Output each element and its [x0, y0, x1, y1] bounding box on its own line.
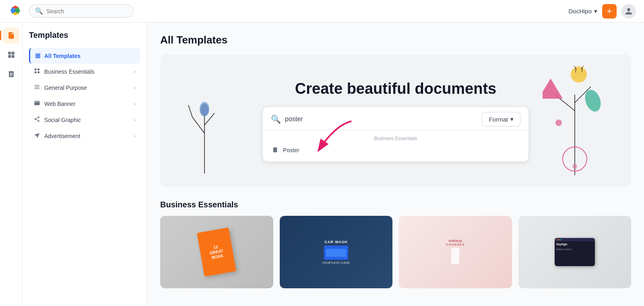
hero-search-row: 🔍 Format ▾	[264, 109, 527, 130]
template-card-car-wash[interactable]: CAR WASH DOUBTLESS CLEAN	[280, 216, 393, 288]
navbar-search-input[interactable]	[46, 8, 128, 14]
dropdown-category-label: Business Essentials	[264, 133, 527, 144]
icon-bar-item-document[interactable]	[3, 27, 19, 43]
sidebar-label-general-purpose: General Purpose	[44, 85, 87, 91]
page-title: All Templates	[160, 34, 631, 46]
web-banner-icon	[34, 100, 40, 108]
svg-point-26	[572, 164, 577, 169]
chevron-down-icon: ▾	[594, 8, 597, 15]
social-graphic-icon	[34, 116, 40, 124]
svg-point-19	[571, 66, 587, 83]
dochipo-brand-button[interactable]: DocHipo ▾	[568, 8, 597, 15]
plus-icon: +	[607, 6, 612, 17]
brand-label: DocHipo	[568, 8, 592, 14]
add-new-button[interactable]: +	[602, 4, 617, 19]
icon-bar	[0, 23, 23, 306]
chevron-right-icon-4: ›	[134, 117, 136, 123]
svg-point-3	[35, 118, 36, 120]
sidebar-item-social-graphic[interactable]: Social Graphic ›	[29, 112, 140, 128]
arrow-annotation	[311, 117, 359, 157]
advertisement-icon	[34, 132, 40, 140]
sidebar-item-web-banner[interactable]: Web Banner ›	[29, 96, 140, 112]
dropdown-item-poster[interactable]: Poster	[264, 144, 527, 157]
decoration-left	[184, 93, 233, 175]
template-card-makeup[interactable]: makeup COURSES	[399, 216, 512, 288]
hero-title: Create beautiful documents	[263, 80, 528, 97]
icon-bar-item-template[interactable]	[3, 47, 19, 63]
dropdown-item-label: Poster	[283, 147, 299, 153]
chevron-right-icon-5: ›	[134, 133, 136, 139]
sidebar-label-social-graphic: Social Graphic	[44, 117, 81, 123]
icon-bar-item-trash[interactable]	[3, 66, 19, 82]
format-chevron-icon: ▾	[510, 116, 514, 123]
svg-marker-18	[543, 79, 563, 99]
navbar: 🔍 DocHipo ▾ +	[0, 0, 644, 23]
hero-search-icon: 🔍	[271, 114, 281, 124]
decoration-right	[543, 62, 607, 177]
navbar-search-container[interactable]: 🔍	[29, 4, 134, 18]
sidebar-label-web-banner: Web Banner	[44, 101, 76, 107]
dochipo-logo[interactable]	[8, 3, 23, 19]
business-essentials-icon	[34, 68, 40, 76]
chevron-right-icon: ›	[134, 69, 136, 74]
hero-banner: Create beautiful documents 🔍 Format ▾ Bu…	[160, 54, 631, 187]
content-area: All Templates Cr	[147, 23, 644, 306]
chevron-right-icon-2: ›	[134, 85, 136, 91]
svg-point-4	[38, 120, 39, 122]
svg-line-9	[188, 105, 192, 117]
all-templates-icon: ⊞	[35, 52, 40, 60]
svg-line-8	[192, 117, 204, 133]
hero-center: Create beautiful documents 🔍 Format ▾ Bu…	[263, 80, 528, 161]
section-title-business-essentials: Business Essentials	[160, 200, 631, 209]
svg-point-2	[38, 116, 39, 118]
template-card-skysign[interactable]: SkySign Building Analytics	[518, 216, 632, 288]
svg-point-27	[555, 120, 562, 126]
sidebar-item-business-essentials[interactable]: Business Essentials ›	[29, 64, 140, 80]
format-label: Format	[489, 116, 508, 123]
svg-rect-13	[273, 147, 277, 152]
main-layout: Templates ⊞ All Templates Business Essen…	[0, 23, 644, 306]
sidebar: Templates ⊞ All Templates Business Essen…	[23, 23, 147, 306]
svg-line-5	[36, 120, 38, 121]
sidebar-item-all-templates[interactable]: ⊞ All Templates	[29, 48, 140, 64]
search-icon: 🔍	[35, 7, 43, 15]
template-card-boss-book[interactable]: 12GREATBOSS	[160, 216, 273, 288]
sidebar-title: Templates	[29, 31, 140, 40]
svg-point-24	[582, 88, 604, 114]
sidebar-label-all-templates: All Templates	[44, 53, 80, 59]
user-avatar[interactable]	[621, 4, 636, 19]
format-button[interactable]: Format ▾	[482, 112, 520, 126]
chevron-right-icon-3: ›	[134, 101, 136, 107]
navbar-right: DocHipo ▾ +	[568, 4, 636, 19]
svg-point-12	[200, 104, 208, 116]
search-dropdown: Business Essentials Poster	[264, 130, 527, 160]
svg-line-6	[36, 118, 38, 119]
svg-rect-1	[34, 101, 39, 105]
cards-grid: 12GREATBOSS CAR WASH DOUBTLESS CLEAN	[160, 216, 631, 288]
sidebar-label-advertisement: Advertisement	[44, 133, 80, 139]
hero-search-wrapper: 🔍 Format ▾ Business Essentials Poster	[263, 107, 528, 161]
sidebar-item-general-purpose[interactable]: General Purpose ›	[29, 80, 140, 96]
sidebar-item-advertisement[interactable]: Advertisement ›	[29, 128, 140, 144]
general-purpose-icon	[34, 84, 40, 92]
sidebar-label-business-essentials: Business Essentials	[44, 68, 95, 75]
